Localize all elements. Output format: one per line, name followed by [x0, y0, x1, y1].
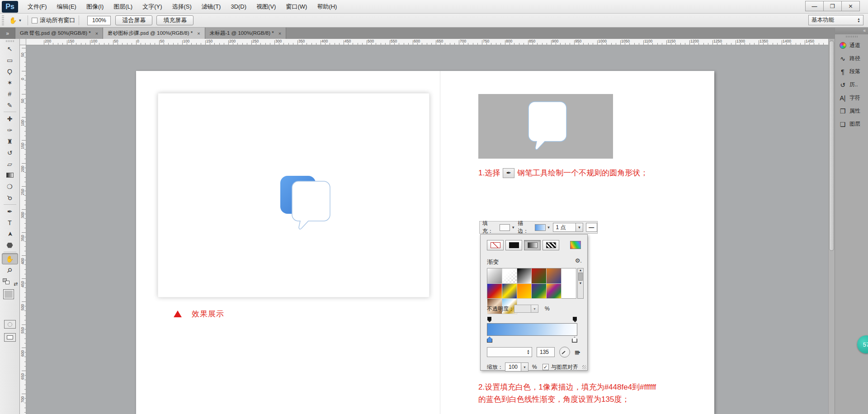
dock-panel-paths[interactable]: ∿路径	[835, 52, 868, 65]
menu-i[interactable]: 图像(I)	[81, 0, 108, 13]
foreground-color-swatch[interactable]	[3, 289, 14, 299]
gradient-type-dropdown[interactable]: ▲▼	[487, 347, 532, 357]
path-selection-tool[interactable]: ➤	[2, 228, 18, 240]
quick-selection-tool[interactable]: ✶	[2, 77, 18, 88]
gradient-swatch-blue-yellow-blue[interactable]	[502, 284, 517, 299]
scroll-thumb[interactable]	[578, 273, 583, 281]
swatch-scrollbar[interactable]: ▲▼	[577, 268, 584, 299]
align-with-layer-checkbox[interactable]: ✓	[542, 364, 549, 370]
gradient-swatch-red-green[interactable]	[532, 268, 547, 284]
opacity-dropdown[interactable]: ▼	[531, 305, 538, 313]
tab-close-icon[interactable]: ×	[197, 31, 200, 36]
angle-input[interactable]: 135	[537, 347, 555, 357]
workspace-selector[interactable]: 基本功能 ▲▼	[808, 15, 863, 25]
fill-screen-button[interactable]: 填充屏幕	[156, 15, 193, 25]
shape-tool[interactable]	[2, 240, 18, 251]
dock-collapse-button[interactable]: «	[835, 28, 868, 34]
hand-tool[interactable]: ✋	[2, 253, 18, 264]
scrollbar-thumb[interactable]	[829, 41, 834, 251]
no-color-button[interactable]	[487, 240, 504, 250]
zoom-tool[interactable]: ⚲	[2, 264, 18, 276]
dock-panel-history[interactable]: ↺历..	[835, 78, 868, 91]
gradient-swatch-orange-blue[interactable]	[547, 268, 561, 284]
eyedropper-tool[interactable]: ✎	[2, 99, 18, 111]
toolbar-drag-handle[interactable]	[6, 40, 14, 42]
document-tab[interactable]: 磨砂图标步骤.psd @ 100%(RGB/8) *×	[103, 28, 205, 39]
horizontal-ruler[interactable]: 2001501005005010015020025030035040045050…	[26, 39, 828, 45]
gradient-swatch-black-white[interactable]	[517, 268, 532, 284]
close-button[interactable]: ✕	[841, 1, 860, 11]
tab-close-icon[interactable]: ×	[95, 31, 98, 36]
clone-stamp-tool[interactable]: ♜	[2, 136, 18, 147]
minimize-button[interactable]: —	[805, 1, 824, 11]
angle-dial[interactable]	[559, 347, 570, 358]
color-stop-white[interactable]	[572, 337, 577, 343]
vertical-ruler[interactable]: 5005010015020025030035040045050055060065…	[20, 45, 26, 414]
tab-close-icon[interactable]: ×	[278, 31, 281, 36]
burn-tool[interactable]: ⚲	[2, 192, 18, 203]
spot-healing-brush-tool[interactable]: ✚	[2, 113, 18, 124]
gradient-preview-bar[interactable]	[487, 323, 577, 336]
gradient-fill-button[interactable]	[524, 240, 541, 250]
canvas-area[interactable]: 效果展示 1.选择 ✒ 钢笔工具绘制一个不规则的圆角形状； 填充： ▼ 描边： …	[26, 45, 828, 414]
menu-w[interactable]: 窗口(W)	[281, 0, 312, 13]
dock-panel-properties[interactable]: ❒属性	[835, 104, 868, 118]
gear-icon[interactable]: ⚙.	[575, 257, 582, 264]
dock-panel-channels[interactable]: 通道	[835, 39, 868, 52]
gradient-swatch-fg-to-bg[interactable]	[487, 268, 502, 284]
menu-l[interactable]: 图层(L)	[108, 0, 137, 13]
stroke-type-button[interactable]: —	[586, 223, 597, 232]
quick-mask-button[interactable]	[4, 320, 16, 329]
maximize-button[interactable]: ❐	[823, 1, 842, 11]
color-stop-blue[interactable]	[487, 337, 492, 343]
options-drag-handle[interactable]	[2, 15, 4, 25]
menu-dd[interactable]: 3D(D)	[226, 0, 251, 13]
document-page[interactable]: 效果展示 1.选择 ✒ 钢笔工具绘制一个不规则的圆角形状； 填充： ▼ 描边： …	[136, 71, 714, 414]
default-colors-icon[interactable]	[3, 278, 12, 286]
menu-y[interactable]: 文字(Y)	[137, 0, 167, 13]
lasso-tool[interactable]: Ϙ	[2, 66, 18, 77]
type-tool[interactable]: T	[2, 217, 18, 228]
menu-v[interactable]: 视图(V)	[251, 0, 281, 13]
color-picker-button[interactable]	[570, 241, 581, 249]
rectangular-marquee-tool[interactable]: ▭	[2, 54, 18, 66]
gradient-swatch-yellow-violet-green[interactable]	[547, 284, 561, 299]
ruler-origin-corner[interactable]	[20, 39, 26, 45]
stroke-color-swatch[interactable]	[535, 224, 545, 231]
crop-tool[interactable]: #	[2, 88, 18, 99]
dock-panel-character[interactable]: A|字符	[835, 91, 868, 104]
swap-colors-icon[interactable]: ⇄	[14, 281, 18, 287]
tool-preset-picker[interactable]: ✋ ▼	[7, 16, 24, 25]
pen-tool[interactable]: ✒	[2, 206, 18, 217]
fit-screen-button[interactable]: 适合屏幕	[115, 15, 152, 25]
menu-s[interactable]: 选择(S)	[167, 0, 196, 13]
brush-tool[interactable]: ✑	[2, 124, 18, 136]
gradient-swatch-orange-yellow[interactable]	[517, 284, 532, 299]
pattern-fill-button[interactable]	[542, 240, 559, 250]
dock-drag-handle[interactable]	[846, 36, 858, 38]
dock-panel-layers[interactable]: ❏图层	[835, 118, 868, 131]
vertical-scrollbar[interactable]	[828, 39, 835, 414]
blur-tool[interactable]: ❍	[2, 181, 18, 192]
history-brush-tool[interactable]: ↺	[2, 147, 18, 158]
screen-mode-button[interactable]	[4, 333, 16, 342]
scale-dropdown[interactable]: ▼	[521, 362, 528, 372]
reverse-stops-icon[interactable]: ▦▪	[575, 349, 579, 355]
stroke-width-field[interactable]: 1 点	[553, 223, 576, 232]
scroll-all-windows-checkbox[interactable]	[32, 18, 38, 24]
document-tab[interactable]: 未标题-1 @ 100%(RGB/8) *×	[205, 28, 286, 39]
panel-resize-grip[interactable]	[582, 365, 586, 369]
menu-h[interactable]: 帮助(H)	[312, 0, 342, 13]
menu-f[interactable]: 文件(F)	[23, 0, 52, 13]
dock-panel-paragraph[interactable]: ¶段落	[835, 65, 868, 78]
gradient-swatch-fg-to-transparent[interactable]	[502, 268, 517, 284]
fill-color-swatch[interactable]	[500, 224, 510, 231]
eraser-tool[interactable]: ▱	[2, 158, 18, 169]
gradient-tool[interactable]	[2, 169, 18, 181]
tab-overflow-chevron[interactable]: »	[0, 28, 15, 39]
stroke-width-dropdown[interactable]: ▼	[576, 223, 583, 232]
solid-color-button[interactable]	[505, 240, 522, 250]
document-tab[interactable]: Gift 臂包.psd @ 50%(RGB/8) *×	[15, 28, 103, 39]
move-tool[interactable]: ↖	[2, 43, 18, 54]
menu-t[interactable]: 滤镜(T)	[197, 0, 226, 13]
